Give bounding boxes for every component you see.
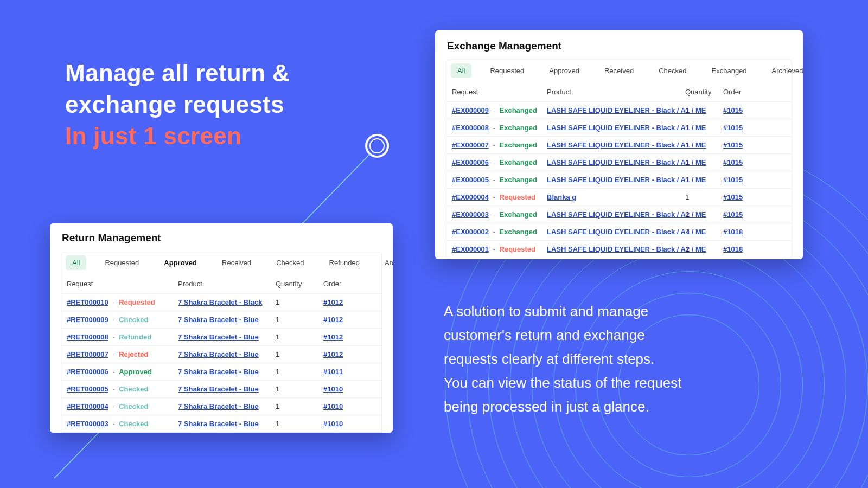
order-link[interactable]: #1015 (723, 210, 743, 219)
tab-approved[interactable]: Approved (542, 63, 586, 78)
product-link[interactable]: LASH SAFE LIQUID EYELINER - Black / A1 /… (547, 106, 706, 114)
product-link[interactable]: LASH SAFE LIQUID EYELINER - Black / A1 /… (547, 141, 706, 149)
tab-all[interactable]: All (451, 63, 471, 78)
product-link[interactable]: 7 Shakra Bracelet - Blue (178, 420, 259, 428)
tab-all[interactable]: All (66, 255, 86, 270)
tab-requested[interactable]: Requested (483, 63, 531, 78)
tab-exchanged[interactable]: Exchanged (705, 63, 754, 78)
request-id-link[interactable]: #RET000010 (67, 298, 108, 306)
table-row: #EX000008 - ExchangedLASH SAFE LIQUID EY… (446, 119, 792, 137)
product-link[interactable]: 7 Shakra Bracelet - Black (178, 298, 262, 306)
table-row: #RET000009 - Checked7 Shakra Bracelet - … (61, 311, 382, 329)
hero-line-2: exchange requests (65, 89, 290, 120)
order-link[interactable]: #1015 (723, 193, 743, 201)
order-link[interactable]: #1012 (323, 298, 343, 306)
order-link[interactable]: #1015 (723, 176, 743, 184)
request-id-link[interactable]: #RET000008 (67, 333, 108, 341)
return-title: Return Management (62, 232, 382, 244)
order-link[interactable]: #1010 (323, 402, 343, 410)
tab-archieved[interactable]: Archieved (378, 255, 393, 270)
tab-checked[interactable]: Checked (270, 255, 310, 270)
status-badge: Checked (119, 385, 148, 393)
status-badge: Approved (119, 368, 152, 376)
order-link[interactable]: #1012 (323, 333, 343, 341)
product-link[interactable]: Blanka g (547, 193, 576, 201)
table-row: #RET000008 - Refunded7 Shakra Bracelet -… (61, 329, 382, 346)
request-id-link[interactable]: #EX000001 (452, 245, 489, 253)
status-badge: Requested (500, 193, 535, 201)
product-link[interactable]: 7 Shakra Bracelet - Blue (178, 316, 259, 324)
product-link[interactable]: LASH SAFE LIQUID EYELINER - Black / A1 /… (547, 124, 706, 132)
request-id-link[interactable]: #EX000002 (452, 228, 489, 236)
order-link[interactable]: #1010 (323, 385, 343, 393)
desc-line: customer's return and exchange (444, 323, 802, 347)
exchange-table-header: Request Product Quantity Order (446, 81, 792, 102)
dash: - (493, 193, 495, 201)
order-link[interactable]: #1015 (723, 158, 743, 166)
exchange-table-body: #EX000009 - ExchangedLASH SAFE LIQUID EY… (446, 102, 792, 258)
request-id-link[interactable]: #EX000004 (452, 193, 489, 201)
th-request: Request (67, 280, 178, 288)
request-id-link[interactable]: #RET000009 (67, 316, 108, 324)
tab-received[interactable]: Received (215, 255, 258, 270)
request-id-link[interactable]: #RET000006 (67, 368, 108, 376)
product-link[interactable]: LASH SAFE LIQUID EYELINER - Black / A4 /… (547, 228, 706, 236)
request-id-link[interactable]: #EX000007 (452, 141, 489, 149)
request-id-link[interactable]: #EX000009 (452, 106, 489, 114)
dash: - (112, 316, 114, 324)
request-id-link[interactable]: #RET000007 (67, 350, 108, 358)
order-link[interactable]: #1015 (723, 124, 743, 132)
order-link[interactable]: #1011 (323, 368, 343, 376)
request-id-link[interactable]: #EX000005 (452, 176, 489, 184)
tab-approved[interactable]: Approved (157, 255, 203, 270)
order-link[interactable]: #1015 (723, 141, 743, 149)
request-id-link[interactable]: #EX000006 (452, 158, 489, 166)
order-link[interactable]: #1015 (723, 106, 743, 114)
request-id-link[interactable]: #RET000005 (67, 385, 108, 393)
dash: - (493, 158, 495, 166)
order-link[interactable]: #1018 (723, 245, 743, 253)
tab-refunded[interactable]: Refunded (323, 255, 366, 270)
product-link[interactable]: 7 Shakra Bracelet - Blue (178, 402, 259, 410)
table-row: #RET000004 - Checked7 Shakra Bracelet - … (61, 398, 382, 415)
request-id-link[interactable]: #EX000008 (452, 124, 489, 132)
order-link[interactable]: #1012 (323, 316, 343, 324)
product-link[interactable]: 7 Shakra Bracelet - Blue (178, 385, 259, 393)
dash: - (493, 245, 495, 253)
quantity-value: 1 (685, 106, 723, 114)
status-badge: Exchanged (500, 106, 537, 114)
product-link[interactable]: LASH SAFE LIQUID EYELINER - Black / A2 /… (547, 245, 706, 253)
status-badge: Exchanged (500, 158, 537, 166)
product-link[interactable]: LASH SAFE LIQUID EYELINER - Black / A1 /… (547, 158, 706, 166)
th-quantity: Quantity (276, 280, 323, 288)
request-id-link[interactable]: #RET000003 (67, 420, 108, 428)
product-link[interactable]: 7 Shakra Bracelet - Blue (178, 350, 259, 358)
table-row: #RET000006 - Approved7 Shakra Bracelet -… (61, 363, 382, 381)
table-row: #EX000007 - ExchangedLASH SAFE LIQUID EY… (446, 137, 792, 154)
order-link[interactable]: #1018 (723, 228, 743, 236)
order-link[interactable]: #1010 (323, 420, 343, 428)
product-link[interactable]: LASH SAFE LIQUID EYELINER - Black / A1 /… (547, 176, 706, 184)
product-link[interactable]: 7 Shakra Bracelet - Blue (178, 333, 259, 341)
status-badge: Rejected (119, 350, 148, 358)
return-table-header: Request Product Quantity Order (61, 273, 382, 294)
quantity-value: 1 (685, 245, 723, 253)
request-id-link[interactable]: #EX000003 (452, 210, 489, 219)
quantity-value: 1 (276, 420, 323, 428)
return-tabbar: AllRequestedApprovedReceivedCheckedRefun… (61, 252, 382, 273)
tab-requested[interactable]: Requested (98, 255, 145, 270)
tab-received[interactable]: Received (598, 63, 640, 78)
product-link[interactable]: LASH SAFE LIQUID EYELINER - Black / A2 /… (547, 210, 706, 219)
quantity-value: 1 (276, 333, 323, 341)
dash: - (493, 210, 495, 219)
return-table-body: #RET000010 - Requested7 Shakra Bracelet … (61, 294, 382, 433)
dash: - (112, 368, 114, 376)
request-id-link[interactable]: #RET000004 (67, 402, 108, 410)
quantity-value: 1 (685, 193, 723, 201)
tab-archieved[interactable]: Archieved (765, 63, 803, 78)
table-row: #RET000007 - Rejected7 Shakra Bracelet -… (61, 346, 382, 363)
tab-checked[interactable]: Checked (652, 63, 693, 78)
dash: - (112, 333, 114, 341)
product-link[interactable]: 7 Shakra Bracelet - Blue (178, 368, 259, 376)
order-link[interactable]: #1012 (323, 350, 343, 358)
